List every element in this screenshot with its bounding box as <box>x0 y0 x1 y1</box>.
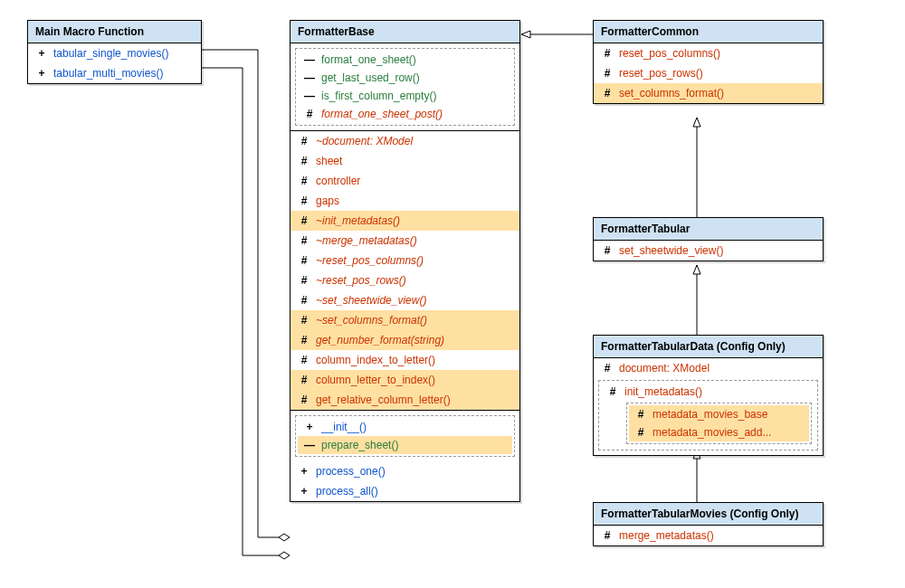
class-formatter-tabular: FormatterTabular #set_sheetwide_view() <box>593 217 824 261</box>
method-row: #set_sheetwide_view() <box>594 241 823 261</box>
member-row: #column_letter_to_index() <box>291 370 519 390</box>
class-title: Main Macro Function <box>28 21 201 43</box>
dashed-group: #metadata_movies_base #metadata_movies_a… <box>626 403 812 444</box>
dashed-group: #init_metadatas() #metadata_movies_base … <box>598 380 818 450</box>
member-row: #document: XModel <box>594 358 823 378</box>
method-row: #set_columns_format() <box>594 83 823 103</box>
method-row: —is_first_column_empty() <box>298 87 512 105</box>
method-row: —format_one_sheet() <box>298 51 512 69</box>
member-row: #~merge_metadatas() <box>291 231 519 251</box>
method-row: —get_last_used_row() <box>298 69 512 87</box>
method-row: +process_one() <box>291 461 519 481</box>
method-row: +tabular_single_movies() <box>28 43 201 63</box>
member-row: #controller <box>291 171 519 191</box>
method-row: #merge_metadatas() <box>594 526 823 545</box>
class-formatter-tabular-data: FormatterTabularData (Config Only) #docu… <box>593 335 824 456</box>
method-row: +process_all() <box>291 481 519 501</box>
member-row: #get_relative_column_letter() <box>291 390 519 410</box>
method-row: #init_metadatas() <box>601 383 815 401</box>
member-row: #column_index_to_letter() <box>291 350 519 370</box>
class-title: FormatterBase <box>291 21 519 43</box>
member-row: #metadata_movies_add... <box>629 423 809 441</box>
member-row: #get_number_format(string) <box>291 330 519 350</box>
member-row: #~set_sheetwide_view() <box>291 290 519 310</box>
method-row: +__init__() <box>298 418 512 436</box>
member-row: #sheet <box>291 151 519 171</box>
dashed-group: —format_one_sheet() —get_last_used_row()… <box>295 48 515 126</box>
method-row: #reset_pos_columns() <box>594 43 823 63</box>
class-title: FormatterTabularMovies (Config Only) <box>594 503 823 526</box>
member-row: #~set_columns_format() <box>291 310 519 330</box>
member-row: #metadata_movies_base <box>629 405 809 423</box>
method-row: +tabular_multi_movies() <box>28 63 201 83</box>
method-row: #format_one_sheet_post() <box>298 105 512 123</box>
method-row: #reset_pos_rows() <box>594 63 823 83</box>
member-row: #~reset_pos_columns() <box>291 251 519 270</box>
member-row: #~init_metadatas() <box>291 211 519 231</box>
class-formatter-base: FormatterBase —format_one_sheet() —get_l… <box>290 20 520 502</box>
member-row: #~reset_pos_rows() <box>291 270 519 290</box>
class-formatter-tabular-movies: FormatterTabularMovies (Config Only) #me… <box>593 502 824 546</box>
class-title: FormatterTabularData (Config Only) <box>594 336 823 358</box>
member-row: #gaps <box>291 191 519 211</box>
member-row: #~document: XModel <box>291 131 519 151</box>
class-title: FormatterTabular <box>594 218 823 241</box>
class-main-macro: Main Macro Function +tabular_single_movi… <box>27 20 202 84</box>
method-row: —prepare_sheet() <box>298 436 512 454</box>
dashed-group: +__init__() —prepare_sheet() <box>295 415 515 457</box>
class-formatter-common: FormatterCommon #reset_pos_columns() #re… <box>593 20 824 104</box>
class-title: FormatterCommon <box>594 21 823 43</box>
